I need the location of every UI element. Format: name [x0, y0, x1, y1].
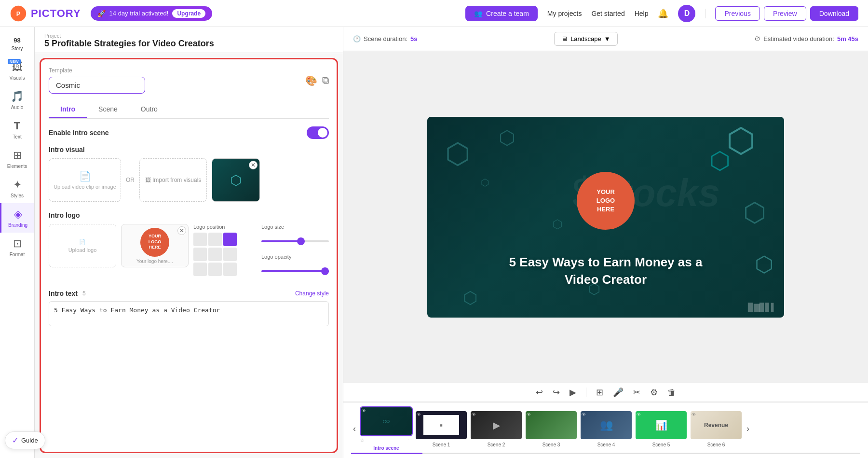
download-button[interactable]: Download — [810, 6, 858, 21]
strip-nav-left[interactable]: ‹ — [351, 424, 358, 434]
scene-thumb-6[interactable]: Revenue 👁 Scene 6 — [690, 410, 743, 447]
scene-thumb-intro[interactable]: ⬡⬡ 👁 ☆ ⋯ Intro scene — [360, 406, 413, 451]
cut-button[interactable]: ✂ — [633, 387, 640, 398]
remove-logo-icon[interactable]: ✕ — [177, 226, 186, 235]
pos-cell-mm[interactable] — [208, 248, 222, 261]
screen-button[interactable]: ⊞ — [596, 387, 603, 398]
waveform-icon: ▉▇▊▋▌ — [748, 303, 776, 312]
avatar[interactable]: D — [678, 5, 695, 22]
intro-scene-label: Intro scene — [373, 445, 399, 451]
logo-area: P PICTORY — [10, 5, 81, 22]
scene3-label: Scene 3 — [542, 442, 560, 447]
s3-eye-icon: 👁 — [527, 412, 531, 417]
sidebar-item-styles[interactable]: ✦ Styles — [0, 174, 34, 203]
help-link[interactable]: Help — [635, 10, 649, 17]
pos-cell-mr[interactable] — [223, 248, 237, 261]
remove-visual-icon[interactable]: ✕ — [249, 161, 258, 169]
palette-icon[interactable]: 🎨 — [305, 75, 317, 86]
sidebar-item-format[interactable]: ⊡ Format — [0, 233, 34, 262]
scene6-img: Revenue 👁 — [690, 410, 743, 440]
undo-button[interactable]: ↩ — [536, 387, 543, 398]
preview-button[interactable]: Preview — [764, 6, 806, 21]
template-input[interactable] — [49, 77, 145, 94]
upload-icon: 📄 — [79, 170, 91, 182]
hex-deco-3: ⬡ — [726, 121, 756, 160]
logo-row: 📄 Upload logo ✕ YOURLOGOHERE Your logo h… — [49, 224, 329, 282]
project-title: 5 Profitable Strategies for Video Creato… — [44, 39, 333, 49]
tab-outro[interactable]: Outro — [129, 101, 169, 118]
pos-cell-tm[interactable] — [208, 233, 222, 246]
estimated-value: 5m 45s — [837, 35, 858, 42]
right-panel: 🕐 Scene duration: 5s 🖥 Landscape ▼ ⏱ Est… — [343, 27, 868, 458]
scene-thumb-4[interactable]: 👥 👁 Scene 4 — [580, 410, 633, 447]
delete-button[interactable]: 🗑 — [667, 388, 676, 398]
s5-eye-icon: 👁 — [637, 412, 641, 417]
logo-preview: ✕ YOURLOGOHERE Your logo here.... — [121, 224, 189, 267]
scene3-img: 👁 — [525, 410, 578, 440]
sidebar-item-story[interactable]: 98 Story — [0, 32, 34, 56]
upload-video-clip[interactable]: 📄 Upload video clip or image — [49, 158, 121, 202]
pos-cell-bm[interactable] — [208, 263, 222, 276]
sidebar-item-elements[interactable]: ⊞ Elements — [0, 144, 34, 174]
sidebar-item-branding[interactable]: ◈ Branding — [0, 203, 34, 233]
logo-size-group: Logo size Logo opacity — [261, 224, 329, 277]
position-grid — [193, 233, 252, 276]
sidebar: 98 Story 🖼 NEW Visuals 🎵 Audio T Text ⊞ … — [0, 27, 35, 458]
notification-icon[interactable]: 🔔 — [658, 8, 668, 19]
intro-text-area[interactable]: 5 Easy Ways to Earn Money as a Video Cre… — [49, 301, 329, 326]
intro-text-section: Intro text 5 Change style 5 Easy Ways to… — [49, 290, 329, 328]
scene-thumb-1[interactable]: ▦ 👁 Scene 1 — [415, 410, 468, 447]
landscape-button[interactable]: 🖥 Landscape ▼ — [554, 32, 618, 46]
enable-intro-toggle[interactable] — [307, 126, 329, 139]
redo-button[interactable]: ↪ — [553, 387, 560, 398]
hex-deco-7: ⬡ — [463, 288, 478, 307]
create-team-button[interactable]: 👥 Create a team — [465, 6, 538, 21]
upload-logo[interactable]: 📄 Upload logo — [49, 224, 116, 267]
logo-size-slider[interactable] — [261, 240, 329, 242]
project-header: Project 5 Profitable Strategies for Vide… — [35, 27, 343, 53]
or-text: OR — [126, 177, 135, 183]
tab-scene[interactable]: Scene — [87, 101, 129, 118]
import-from-visuals[interactable]: 🖼 Import from visuals — [139, 158, 207, 202]
tab-intro[interactable]: Intro — [49, 101, 87, 118]
chevron-down-icon: ▼ — [604, 35, 610, 42]
pos-cell-br[interactable] — [223, 263, 237, 276]
logo-opacity-label: Logo opacity — [261, 254, 329, 260]
video-logo-circle: YOURLOGOHERE — [577, 172, 635, 230]
scene-eye-icon: 👁 — [362, 408, 366, 413]
pos-cell-ml[interactable] — [193, 248, 207, 261]
intro-scene-img: ⬡⬡ 👁 — [360, 406, 413, 436]
char-count: 5 — [82, 290, 86, 297]
scene-thumb-5[interactable]: 📊 👁 Scene 5 — [635, 410, 688, 447]
guide-button[interactable]: ✓ Guide — [5, 431, 45, 449]
copy-icon[interactable]: ⧉ — [322, 75, 329, 86]
settings-button[interactable]: ⚙ — [650, 387, 658, 398]
previous-button[interactable]: Previous — [715, 6, 760, 21]
guide-label: Guide — [21, 437, 38, 444]
strip-progress-inner — [351, 453, 422, 454]
svg-text:P: P — [16, 11, 20, 17]
scene2-img: ▶ 👁 — [470, 410, 523, 440]
mic-button[interactable]: 🎤 — [613, 387, 624, 398]
strip-progress — [351, 453, 860, 454]
intro-logo-section: Intro logo 📄 Upload logo ✕ YOURLOGOHERE … — [49, 211, 329, 282]
strip-nav-right[interactable]: › — [745, 424, 751, 434]
sidebar-item-visuals[interactable]: 🖼 NEW Visuals — [0, 56, 34, 85]
pos-cell-tr[interactable] — [223, 233, 237, 246]
scene-thumb-3[interactable]: 👁 Scene 3 — [525, 410, 578, 447]
enable-intro-row: Enable Intro scene — [49, 126, 329, 139]
sidebar-item-audio[interactable]: 🎵 Audio — [0, 85, 34, 115]
pos-cell-bl[interactable] — [193, 263, 207, 276]
scene-thumb-2[interactable]: ▶ 👁 Scene 2 — [470, 410, 523, 447]
play-button[interactable]: ▶ — [570, 387, 576, 398]
change-style-button[interactable]: Change style — [295, 290, 329, 297]
pos-cell-tl[interactable] — [193, 233, 207, 246]
s6-eye-icon: 👁 — [692, 412, 696, 417]
get-started-link[interactable]: Get started — [591, 10, 624, 17]
upgrade-button[interactable]: Upgrade — [172, 9, 205, 18]
sidebar-item-text[interactable]: T Text — [0, 115, 34, 144]
scene-strip: ‹ ⬡⬡ 👁 ☆ ⋯ — [351, 406, 860, 451]
pictory-logo: P — [10, 5, 27, 22]
logo-opacity-slider[interactable] — [261, 270, 329, 272]
my-projects-link[interactable]: My projects — [547, 10, 582, 17]
